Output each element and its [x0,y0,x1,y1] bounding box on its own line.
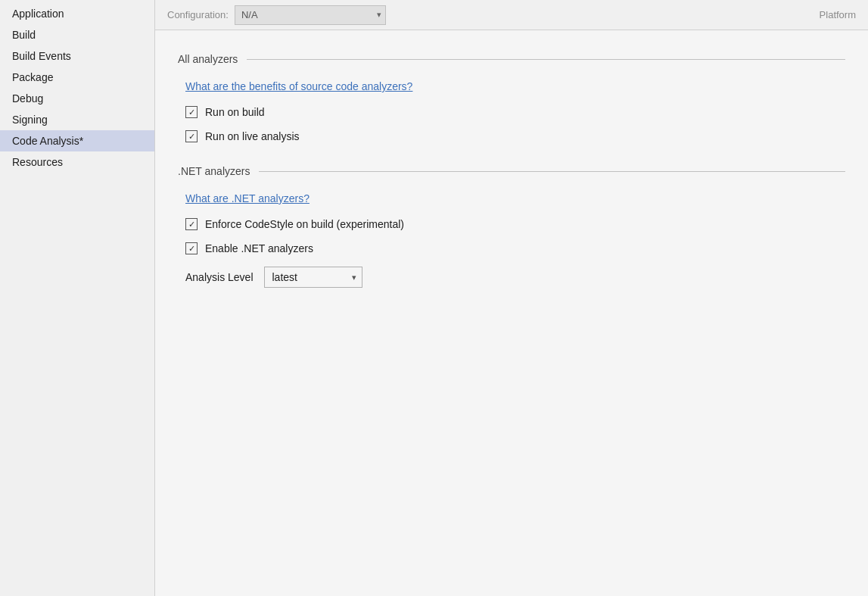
run-on-build-checkmark: ✓ [188,108,195,117]
net-analyzers-divider [259,171,845,172]
run-on-live-checkmark: ✓ [188,133,195,141]
sidebar-item-application[interactable]: Application [0,3,154,24]
analysis-level-dropdown-wrapper: latestpreview543 ▾ [264,267,362,288]
enforce-codestyle-checkbox[interactable]: ✓ [185,218,198,230]
main-content: Configuration: N/A ▾ Platform All analyz… [155,0,868,596]
run-on-build-label: Run on build [205,106,265,118]
platform-label: Platform [820,9,856,20]
net-analyzers-section: .NET analyzers What are .NET analyzers? … [178,165,845,288]
run-on-live-checkbox[interactable]: ✓ [185,130,198,142]
enable-net-row: ✓ Enable .NET analyzers [185,242,845,254]
sidebar-item-code-analysis[interactable]: Code Analysis* [0,130,154,151]
all-analyzers-section: All analyzers What are the benefits of s… [178,53,845,142]
sidebar-item-debug[interactable]: Debug [0,88,154,109]
net-analyzers-link[interactable]: What are .NET analyzers? [185,192,310,204]
enforce-codestyle-checkmark: ✓ [188,220,195,229]
run-on-live-label: Run on live analysis [205,130,300,142]
header-bar: Configuration: N/A ▾ Platform [155,0,868,30]
analysis-level-label: Analysis Level [185,271,254,283]
enable-net-checkbox[interactable]: ✓ [185,242,198,254]
sidebar-item-signing[interactable]: Signing [0,109,154,130]
config-label: Configuration: [167,9,229,20]
net-analyzers-title: .NET analyzers [178,165,250,177]
sidebar-item-build-events[interactable]: Build Events [0,45,154,67]
enforce-codestyle-label: Enforce CodeStyle on build (experimental… [205,218,404,230]
config-dropdown[interactable]: N/A [235,5,386,25]
content-area: All analyzers What are the benefits of s… [155,30,868,596]
sidebar-item-package[interactable]: Package [0,67,154,88]
enable-net-label: Enable .NET analyzers [205,242,313,254]
run-on-build-checkbox[interactable]: ✓ [185,106,198,118]
analysis-level-row: Analysis Level latestpreview543 ▾ [185,267,845,288]
config-dropdown-wrapper: N/A ▾ [235,5,386,25]
enforce-codestyle-row: ✓ Enforce CodeStyle on build (experiment… [185,218,845,230]
all-analyzers-header: All analyzers [178,53,845,65]
analysis-level-dropdown[interactable]: latestpreview543 [264,267,362,288]
all-analyzers-title: All analyzers [178,53,238,65]
enable-net-checkmark: ✓ [188,245,195,253]
run-on-live-row: ✓ Run on live analysis [185,130,845,142]
run-on-build-row: ✓ Run on build [185,106,845,118]
sidebar-item-resources[interactable]: Resources [0,151,154,173]
source-code-analyzers-link[interactable]: What are the benefits of source code ana… [185,80,412,92]
sidebar-item-build[interactable]: Build [0,24,154,45]
sidebar: ApplicationBuildBuild EventsPackageDebug… [0,0,155,596]
net-analyzers-header: .NET analyzers [178,165,845,177]
all-analyzers-divider [247,59,845,60]
